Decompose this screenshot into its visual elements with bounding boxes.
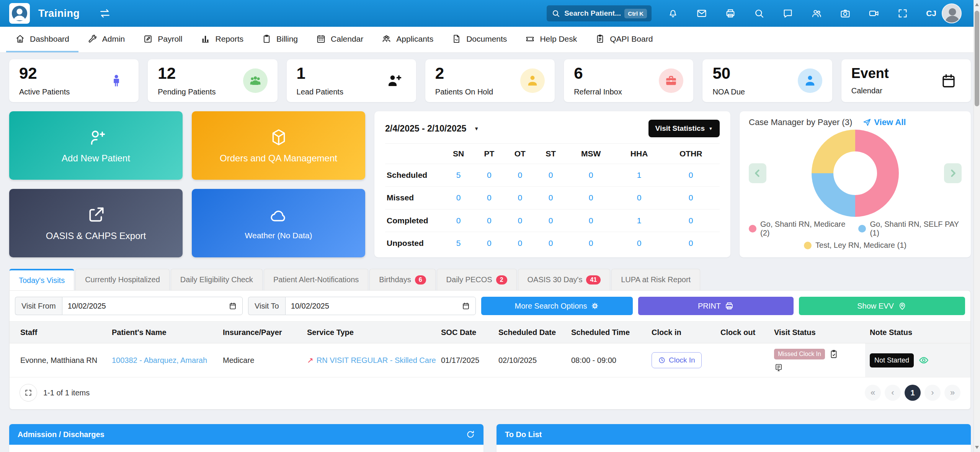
- nav-item-qapi-board[interactable]: QAPI Board: [586, 27, 662, 52]
- vs-count-link[interactable]: 0: [504, 187, 536, 209]
- clock-in-button[interactable]: Clock In: [652, 352, 702, 368]
- service-type-link[interactable]: RN VISIT REGULAR - Skilled Care: [317, 356, 436, 364]
- vs-count-link[interactable]: 0: [443, 209, 474, 232]
- refresh-icon[interactable]: [466, 430, 475, 439]
- stat-card-event-calendar[interactable]: Event Calendar: [841, 59, 971, 102]
- nav-item-billing[interactable]: Billing: [253, 27, 307, 52]
- vs-count-link[interactable]: 5: [443, 164, 474, 187]
- search-global-icon[interactable]: [754, 8, 764, 19]
- orders-qa-management-button[interactable]: Orders and QA Management: [192, 111, 365, 180]
- nav-item-documents[interactable]: Documents: [443, 27, 516, 52]
- payer-donut[interactable]: [812, 130, 899, 217]
- nav-item-admin[interactable]: Admin: [78, 27, 134, 52]
- vs-count-link[interactable]: 0: [565, 187, 616, 209]
- mail-icon[interactable]: [696, 8, 707, 19]
- fullscreen-icon[interactable]: [897, 8, 908, 19]
- next-page-button[interactable]: ›: [924, 385, 941, 401]
- nav-item-calendar[interactable]: Calendar: [307, 27, 372, 52]
- vs-count-link[interactable]: 0: [565, 209, 616, 232]
- vs-count-link[interactable]: 0: [662, 232, 720, 254]
- page-scrollbar[interactable]: [973, 0, 980, 452]
- vs-count-link[interactable]: 0: [662, 209, 720, 232]
- nav-item-applicants[interactable]: Applicants: [372, 27, 443, 52]
- calendar-icon[interactable]: [229, 302, 237, 310]
- last-page-button[interactable]: »: [944, 385, 960, 401]
- date-range-selector[interactable]: 2/4/2025 - 2/10/2025 ▼: [385, 124, 479, 134]
- vs-count-link[interactable]: 0: [536, 209, 566, 232]
- switch-agency-icon[interactable]: [99, 7, 111, 20]
- tab-daily-pecos[interactable]: Daily PECOS2: [437, 269, 517, 290]
- vs-count-link[interactable]: 0: [474, 232, 504, 254]
- chat-icon[interactable]: [782, 8, 793, 19]
- vs-count-link[interactable]: 1: [616, 209, 662, 232]
- show-evv-button[interactable]: Show EVV: [799, 297, 965, 315]
- tab-currently-hospitalized[interactable]: Currently Hospitalized: [75, 269, 170, 290]
- vs-count-link[interactable]: 0: [504, 209, 536, 232]
- clipboard-check-icon[interactable]: [829, 349, 839, 359]
- vs-count-link[interactable]: 0: [536, 164, 566, 187]
- current-page-button[interactable]: 1: [905, 385, 921, 401]
- print-icon[interactable]: [725, 8, 736, 19]
- visit-to-field[interactable]: Visit To 10/02/2025: [248, 297, 476, 315]
- vs-count-link[interactable]: 0: [474, 187, 504, 209]
- expand-table-button[interactable]: [20, 384, 37, 402]
- vs-count-link[interactable]: 0: [565, 164, 616, 187]
- scrollbar-thumb[interactable]: [975, 11, 979, 106]
- vs-count-link[interactable]: 1: [616, 164, 662, 187]
- eye-icon[interactable]: [918, 355, 929, 366]
- vs-count-link[interactable]: 0: [504, 164, 536, 187]
- vs-count-link[interactable]: 0: [662, 164, 720, 187]
- camera-icon[interactable]: [840, 8, 851, 19]
- tab-birthdays[interactable]: Birthdays6: [369, 269, 435, 290]
- stat-card-lead-patients[interactable]: 1 Lead Patients: [287, 59, 416, 102]
- vs-count-link[interactable]: 0: [443, 187, 474, 209]
- users-icon[interactable]: [811, 8, 822, 19]
- vs-count-link[interactable]: 0: [474, 209, 504, 232]
- vs-count-link[interactable]: 5: [443, 232, 474, 254]
- notifications-bell-icon[interactable]: [668, 8, 678, 19]
- view-all-link[interactable]: View All: [863, 117, 906, 127]
- add-new-patient-button[interactable]: Add New Patient: [9, 111, 183, 180]
- nav-item-dashboard[interactable]: Dashboard: [6, 27, 78, 52]
- tab-oasis-30-days[interactable]: OASIS 30 Day's41: [518, 269, 611, 290]
- visit-from-field[interactable]: Visit From 10/02/2025: [15, 297, 243, 315]
- stat-card-patients-on-hold[interactable]: 2 Patients On Hold: [425, 59, 555, 102]
- nav-item-payroll[interactable]: Payroll: [134, 27, 191, 52]
- nav-item-help-desk[interactable]: Help Desk: [516, 27, 586, 52]
- weather-button[interactable]: Weather (No Data): [192, 189, 365, 257]
- first-page-button[interactable]: «: [865, 385, 881, 401]
- carousel-next-button[interactable]: [944, 163, 962, 183]
- tab-todays-visits[interactable]: Today's Visits: [9, 269, 74, 290]
- vs-count-link[interactable]: 0: [616, 187, 662, 209]
- print-button[interactable]: PRINT: [638, 297, 794, 315]
- scroll-up-arrow-icon[interactable]: [975, 3, 979, 6]
- vs-count-link[interactable]: 0: [536, 187, 566, 209]
- vs-count-link[interactable]: 0: [504, 232, 536, 254]
- visit-statistics-dropdown[interactable]: Visit Statistics ▼: [648, 120, 720, 137]
- user-avatar[interactable]: [942, 3, 962, 23]
- tab-daily-eligibility-check[interactable]: Daily Eligibility Check: [171, 269, 263, 290]
- vs-count-link[interactable]: 0: [662, 187, 720, 209]
- app-logo[interactable]: [9, 3, 30, 24]
- nav-item-reports[interactable]: Reports: [191, 27, 253, 52]
- vs-count-link[interactable]: 0: [536, 232, 566, 254]
- tab-lupa-at-risk[interactable]: LUPA at Risk Report: [611, 269, 700, 290]
- stat-card-noa-due[interactable]: 50 NOA Due: [702, 59, 832, 102]
- more-search-options-button[interactable]: More Search Options: [481, 297, 633, 315]
- scroll-down-arrow-icon[interactable]: [975, 446, 979, 449]
- search-input[interactable]: [564, 9, 621, 18]
- stat-card-pending-patients[interactable]: 12 Pending Patients: [148, 59, 277, 102]
- patient-link[interactable]: 100382 - Abarquez, Amarah: [112, 356, 207, 364]
- vs-count-link[interactable]: 0: [616, 232, 662, 254]
- visit-note-icon[interactable]: [774, 363, 783, 372]
- stat-card-referral-inbox[interactable]: 6 Referral Inbox: [564, 59, 693, 102]
- video-icon[interactable]: [869, 8, 879, 19]
- vs-count-link[interactable]: 0: [474, 164, 504, 187]
- carousel-prev-button[interactable]: [749, 163, 766, 183]
- stat-card-active-patients[interactable]: 92 Active Patients: [9, 59, 139, 102]
- prev-page-button[interactable]: ‹: [885, 385, 901, 401]
- oasis-cahps-export-button[interactable]: OASIS & CAHPS Export: [9, 189, 183, 257]
- vs-count-link[interactable]: 0: [565, 232, 616, 254]
- calendar-icon[interactable]: [462, 302, 470, 310]
- patient-search[interactable]: Ctrl K: [547, 5, 652, 21]
